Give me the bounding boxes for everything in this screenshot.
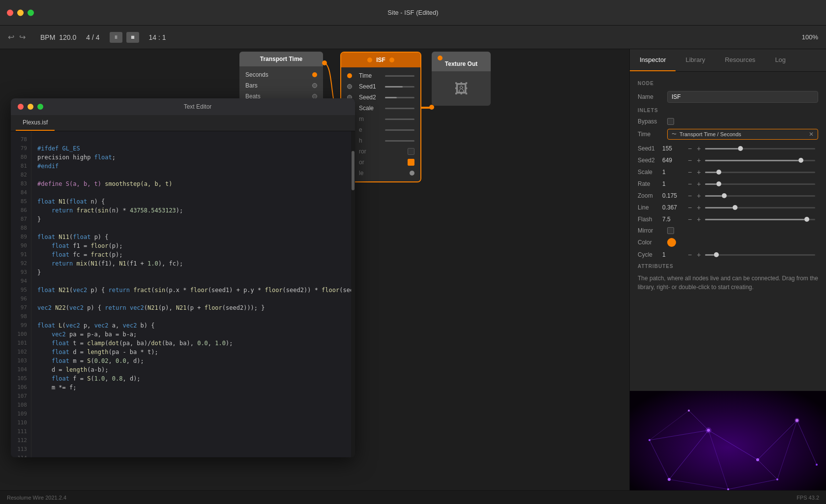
isf-output-port[interactable] xyxy=(389,58,394,62)
line-number: 106 xyxy=(11,383,31,392)
flash-minus[interactable]: − xyxy=(686,215,693,223)
scale-slider[interactable] xyxy=(705,172,815,173)
tab-log[interactable]: Log xyxy=(765,49,796,71)
isf-input-port[interactable] xyxy=(367,58,372,62)
scale-value[interactable]: 1 xyxy=(662,169,684,176)
bypass-row: Bypass xyxy=(638,118,818,125)
code-line: float L(vec2 p, vec2 a, vec2 b) { xyxy=(37,321,345,330)
texture-input-port[interactable] xyxy=(438,56,442,60)
seed1-label: Seed1 xyxy=(638,145,662,152)
line-number: 112 xyxy=(11,436,31,445)
texture-preview-icon: 🖼 xyxy=(454,81,468,97)
badge-close-button[interactable]: ✕ xyxy=(809,131,814,138)
redo-button[interactable]: ↪ xyxy=(19,32,26,42)
te-code-area[interactable]: #ifdef GL_ESprecision highp float;#endif… xyxy=(31,131,351,457)
zoom-slider[interactable] xyxy=(705,195,815,197)
isf-seed1-port[interactable] xyxy=(347,84,352,89)
cycle-slider[interactable] xyxy=(705,254,815,256)
line-number: 100 xyxy=(11,330,31,339)
te-titlebar: Text Editor xyxy=(11,98,355,115)
minimize-button[interactable] xyxy=(17,9,24,16)
patch-canvas[interactable]: Transport Time Seconds Bars Beats xyxy=(0,49,629,504)
rate-slider[interactable] xyxy=(705,183,815,185)
code-line: } xyxy=(37,215,345,224)
zoom-plus[interactable]: + xyxy=(695,192,702,200)
color-swatch[interactable] xyxy=(667,238,676,247)
cycle-value[interactable]: 1 xyxy=(662,251,684,258)
bypass-checkbox[interactable] xyxy=(667,118,674,125)
isf-time-port[interactable] xyxy=(347,73,352,78)
time-signature[interactable]: 4 / 4 xyxy=(86,33,99,41)
line-number: 81 xyxy=(11,162,31,171)
te-editor: 7879808182838485868788899091929394959697… xyxy=(11,131,355,457)
line-value[interactable]: 0.367 xyxy=(662,204,684,211)
line-number: 101 xyxy=(11,339,31,348)
name-value[interactable]: ISF xyxy=(667,91,818,103)
rate-thumb xyxy=(716,181,721,186)
zoom-value[interactable]: 0.175 xyxy=(662,192,684,199)
svg-point-26 xyxy=(795,418,799,423)
bpm-value[interactable]: 120.0 xyxy=(59,33,76,41)
code-line: float d = length(pa - ba * t); xyxy=(37,348,345,356)
line-minus[interactable]: − xyxy=(686,204,693,211)
rate-minus[interactable]: − xyxy=(686,180,693,188)
transport-time-node[interactable]: Transport Time Seconds Bars Beats xyxy=(239,52,323,105)
text-editor-window[interactable]: Text Editor Plexus.isf 78798081828384858… xyxy=(11,98,355,457)
flash-value[interactable]: 7.5 xyxy=(662,216,684,223)
seed1-plus[interactable]: + xyxy=(695,145,702,152)
bypass-label: Bypass xyxy=(638,118,667,125)
fps-display: FPS 43.2 xyxy=(796,495,819,501)
line-plus[interactable]: + xyxy=(695,204,702,211)
te-maximize-button[interactable] xyxy=(37,104,43,110)
te-minimize-button[interactable] xyxy=(28,104,33,110)
tab-library[interactable]: Library xyxy=(676,49,715,71)
cycle-plus[interactable]: + xyxy=(695,251,702,259)
line-number: 78 xyxy=(11,135,31,144)
mirror-checkbox[interactable] xyxy=(667,227,674,234)
line-number: 96 xyxy=(11,295,31,303)
line-number: 94 xyxy=(11,277,31,286)
transport-bars-row: Bars xyxy=(239,80,323,91)
bpm-label: BPM xyxy=(40,33,55,41)
flash-slider[interactable] xyxy=(705,219,815,220)
seed2-slider[interactable] xyxy=(705,160,815,161)
te-scrollbar-thumb[interactable] xyxy=(352,151,354,190)
close-button[interactable] xyxy=(7,9,13,16)
line-slider[interactable] xyxy=(705,207,815,208)
te-tab-plexus[interactable]: Plexus.isf xyxy=(16,115,55,131)
te-close-button[interactable] xyxy=(18,104,24,110)
flash-thumb xyxy=(804,217,809,222)
seed2-value[interactable]: 649 xyxy=(662,157,684,164)
flash-plus[interactable]: + xyxy=(695,215,702,223)
seed1-value[interactable]: 155 xyxy=(662,145,684,152)
code-line: return fract(sin(n) * 43758.5453123); xyxy=(37,206,345,215)
seconds-port[interactable] xyxy=(312,72,317,77)
svg-point-24 xyxy=(688,410,690,412)
transport-badge: 〜 Transport Time / Seconds ✕ xyxy=(667,129,818,140)
tab-inspector[interactable]: Inspector xyxy=(630,49,676,71)
maximize-button[interactable] xyxy=(28,9,34,16)
tab-resources[interactable]: Resources xyxy=(715,49,765,71)
cycle-row: Cycle 1 − + xyxy=(638,251,818,259)
bpm-display: BPM 120.0 xyxy=(40,33,76,41)
texture-out-node[interactable]: Texture Out 🖼 xyxy=(432,52,491,106)
zoom-minus[interactable]: − xyxy=(686,192,693,200)
rate-value[interactable]: 1 xyxy=(662,180,684,187)
bars-port[interactable] xyxy=(312,83,317,88)
seed2-minus[interactable]: − xyxy=(686,156,693,164)
undo-button[interactable]: ↩ xyxy=(8,32,14,42)
seed2-plus[interactable]: + xyxy=(695,156,702,164)
cycle-fill xyxy=(705,254,714,256)
cycle-minus[interactable]: − xyxy=(686,251,693,259)
line-number: 107 xyxy=(11,392,31,401)
rate-plus[interactable]: + xyxy=(695,180,702,188)
seed1-minus[interactable]: − xyxy=(686,145,693,152)
te-scrollbar[interactable] xyxy=(351,131,355,457)
scale-plus[interactable]: + xyxy=(695,168,702,176)
line-number: 99 xyxy=(11,321,31,330)
line-number: 79 xyxy=(11,144,31,153)
stop-button[interactable]: ⏹ xyxy=(126,32,139,43)
play-button[interactable]: ⏸ xyxy=(110,32,122,43)
scale-minus[interactable]: − xyxy=(686,168,693,176)
seed1-slider[interactable] xyxy=(705,148,815,149)
